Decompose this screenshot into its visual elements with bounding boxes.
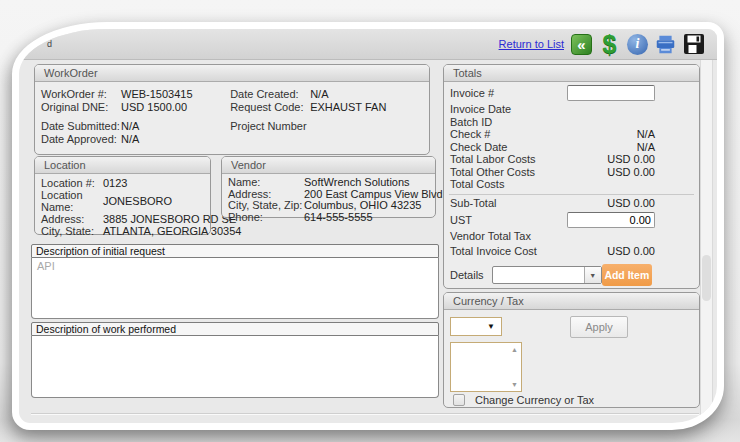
ust-input[interactable] <box>567 212 655 228</box>
subtotal-value: USD 0.00 <box>607 197 655 210</box>
field-label: City, State: <box>41 225 103 237</box>
field-value: WEB-1503415 <box>121 88 193 101</box>
currency-tax-panel-title: Currency / Tax <box>444 293 699 310</box>
field-label: Original DNE: <box>41 101 121 114</box>
totals-row: Invoice Date <box>444 103 699 116</box>
totals-separator <box>449 194 694 195</box>
scroll-down-icon[interactable]: ▼ <box>511 381 518 388</box>
info-icon[interactable]: i <box>627 34 648 55</box>
total-invoice-cost-label: Total Invoice Cost <box>450 245 537 258</box>
field-label: Project Number <box>230 120 310 133</box>
field-label: City, State, Zip: <box>228 200 304 212</box>
totals-row-value: USD 0.00 <box>607 153 655 166</box>
change-currency-row: Change Currency or Tax <box>453 394 594 406</box>
invoice-number-input[interactable] <box>567 85 655 101</box>
field-value: ATLANTA, GEORGIA 30354 <box>103 225 241 237</box>
invoice-number-label: Invoice # <box>450 87 494 100</box>
total-invoice-cost-value: USD 0.00 <box>607 245 655 258</box>
details-row: Details ▼ Add Item <box>444 257 699 286</box>
currency-tax-panel: Currency / Tax ▼ Apply ▲ ▼ Change Curren… <box>443 292 700 408</box>
vertical-scrollbar[interactable] <box>700 60 713 423</box>
chevron-down-icon: ▼ <box>487 322 495 331</box>
totals-row-value: N/A <box>637 128 655 141</box>
field-row: Name: SoftWrench Solutions <box>228 177 435 189</box>
field-label: Date Submitted: <box>41 120 121 133</box>
initial-request-header: Description of initial request <box>31 244 439 258</box>
work-performed-textarea[interactable] <box>31 336 439 398</box>
content-body: WorkOrder WorkOrder #: WEB-1503415 Origi… <box>19 60 717 423</box>
field-value: 0123 <box>103 177 127 189</box>
details-select-value <box>493 267 584 283</box>
totals-row-label: Check Date <box>450 141 507 154</box>
add-item-button[interactable]: Add Item <box>602 264 652 286</box>
totals-row-label: Total Other Costs <box>450 166 535 179</box>
return-to-list-link[interactable]: Return to List <box>499 38 564 50</box>
workorder-fields-right: Date Created: N/A Request Code: EXHAUST … <box>230 88 427 146</box>
change-currency-label: Change Currency or Tax <box>475 394 594 406</box>
totals-row: Total Costs <box>444 178 699 191</box>
field-label: Location #: <box>41 177 103 189</box>
location-fields: Location #: 0123 Location Name: JONESBOR… <box>35 174 210 237</box>
scrollbar-thumb[interactable] <box>702 255 711 301</box>
field-value: 614-555-5555 <box>304 212 373 224</box>
app-window-card: d Return to List « $ i <box>12 22 724 430</box>
totals-row-value: USD 0.00 <box>607 166 655 179</box>
vendor-fields: Name: SoftWrench Solutions Address: 200 … <box>222 174 435 223</box>
totals-panel-title: Totals <box>444 65 699 82</box>
field-row: Date Approved: N/A <box>41 133 230 146</box>
first-page-icon[interactable]: « <box>571 34 592 55</box>
field-row: Project Number <box>230 120 427 133</box>
page-title-fragment: d <box>47 39 52 49</box>
totals-row-label: Batch ID <box>450 116 492 129</box>
field-value: N/A <box>121 133 139 146</box>
workorder-fields-left: WorkOrder #: WEB-1503415 Original DNE: U… <box>41 88 230 146</box>
field-label: Date Created: <box>230 88 310 101</box>
totals-row-value: N/A <box>637 141 655 154</box>
subtotal-row: Sub-Total USD 0.00 <box>444 197 699 210</box>
field-value: N/A <box>310 88 328 101</box>
location-panel: Location Location #: 0123 Location Name:… <box>34 156 211 235</box>
field-label: Name: <box>228 177 304 189</box>
totals-row: Check # N/A <box>444 128 699 141</box>
field-value: N/A <box>121 120 139 133</box>
currency-select[interactable]: ▼ <box>450 317 502 336</box>
change-currency-checkbox[interactable] <box>453 394 465 406</box>
vendor-panel: Vendor Name: SoftWrench Solutions Addres… <box>221 156 436 218</box>
work-performed-header: Description of work performed <box>31 322 439 336</box>
totals-row: Check Date N/A <box>444 141 699 154</box>
workorder-panel-title: WorkOrder <box>35 65 429 82</box>
print-icon[interactable] <box>655 34 676 55</box>
vendor-panel-title: Vendor <box>222 157 435 174</box>
field-value: Columbus, OHIO 43235 <box>304 200 421 212</box>
apply-button[interactable]: Apply <box>570 316 628 338</box>
field-value: SoftWrench Solutions <box>304 177 410 189</box>
field-label: Address: <box>41 213 103 225</box>
vendor-total-tax-row: Vendor Total Tax <box>444 230 699 243</box>
totals-row: Batch ID <box>444 116 699 129</box>
field-row: WorkOrder #: WEB-1503415 <box>41 88 230 101</box>
field-value: EXHAUST FAN <box>310 101 386 114</box>
field-label: Location Name: <box>41 189 103 213</box>
field-row: City, State, Zip: Columbus, OHIO 43235 <box>228 200 435 212</box>
save-icon[interactable] <box>683 34 704 55</box>
field-row: Original DNE: USD 1500.00 <box>41 101 230 114</box>
details-label: Details <box>450 269 484 281</box>
field-row: Date Created: N/A <box>230 88 427 101</box>
tax-listbox[interactable]: ▲ ▼ <box>450 342 522 392</box>
field-row: Request Code: EXHAUST FAN <box>230 101 427 114</box>
subtotal-label: Sub-Total <box>450 197 496 210</box>
totals-rows: Invoice Date Batch ID Check # N/A <box>444 103 699 191</box>
scroll-up-icon[interactable]: ▲ <box>511 346 518 353</box>
chevron-down-icon: ▼ <box>584 267 601 283</box>
field-value: 3885 JONESBORO RD SE <box>103 213 236 225</box>
bottom-divider <box>31 413 699 414</box>
initial-request-textarea[interactable]: API <box>31 258 439 319</box>
listbox-scrollbar[interactable]: ▲ ▼ <box>508 343 521 391</box>
field-row: Location #: 0123 <box>41 177 208 189</box>
field-row: City, State: ATLANTA, GEORGIA 30354 <box>41 225 208 237</box>
totals-row: Total Labor Costs USD 0.00 <box>444 153 699 166</box>
dollar-costs-icon[interactable]: $ <box>599 34 620 55</box>
field-row: Phone: 614-555-5555 <box>228 212 435 224</box>
details-select[interactable]: ▼ <box>492 266 602 284</box>
page-background: d Return to List « $ i <box>0 0 740 442</box>
